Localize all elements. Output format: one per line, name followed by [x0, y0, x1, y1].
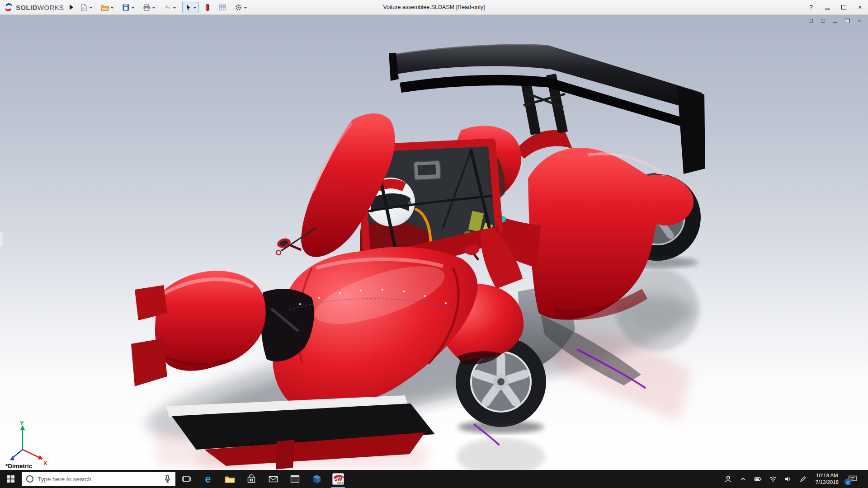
dropdown-caret-icon[interactable]	[152, 7, 156, 9]
start-button[interactable]	[0, 470, 22, 488]
taskbar-clock[interactable]: 10:19 AM 7/13/2018	[814, 472, 840, 486]
task-view-button[interactable]	[175, 470, 197, 488]
dropdown-caret-icon[interactable]	[244, 7, 247, 9]
print-button[interactable]	[141, 2, 158, 13]
left-front-fender	[155, 271, 266, 371]
edge-icon: e	[205, 474, 211, 484]
window-title: Voiture assemblee.SLDASM [Read-only]	[383, 4, 485, 10]
drawing-sheet-icon	[218, 4, 226, 11]
new-document-button[interactable]	[78, 2, 95, 13]
window-controls: ? ×	[803, 0, 868, 14]
windows-ink-button[interactable]	[799, 475, 807, 483]
help-button[interactable]: ?	[803, 0, 819, 14]
dropdown-caret-icon[interactable]	[89, 7, 93, 9]
action-center-button[interactable]: 2	[847, 474, 858, 484]
doc-restore-button[interactable]	[843, 17, 851, 24]
maximize-button[interactable]	[835, 0, 852, 14]
clock-time: 10:19 AM	[816, 472, 839, 479]
undo-icon	[164, 4, 171, 11]
sw-year-label: 2017	[337, 482, 343, 484]
appearance-button[interactable]	[203, 2, 212, 13]
doc-tile-button[interactable]	[819, 17, 827, 24]
brand-text: SOLIDWORKS	[16, 4, 64, 11]
doc-float-button[interactable]	[807, 17, 815, 24]
minimize-icon	[825, 9, 830, 9]
drawing-sheet-button[interactable]	[216, 2, 229, 13]
people-icon	[724, 475, 732, 483]
hidden-icons-button[interactable]	[739, 475, 747, 483]
people-button[interactable]	[724, 475, 732, 483]
battery-icon	[754, 475, 762, 483]
print-icon	[143, 4, 151, 11]
notification-badge: 2	[844, 479, 851, 485]
brand-solid: SOLID	[16, 4, 38, 11]
chevron-up-icon	[740, 476, 746, 483]
mail-icon	[269, 475, 278, 483]
solidworks-logo[interactable]: SOLIDWORKS	[0, 2, 64, 12]
cad-tool-cube-icon	[312, 474, 321, 484]
doc-close-button[interactable]: ×	[855, 17, 863, 24]
show-desktop-button[interactable]	[865, 470, 867, 488]
save-button[interactable]	[120, 2, 137, 13]
solidworks-taskbar-button[interactable]: SW 2017	[327, 470, 349, 488]
mirror-camera-pod	[414, 161, 441, 180]
cad-tool-button[interactable]	[306, 470, 327, 488]
gear-icon	[235, 4, 242, 11]
volume-button[interactable]	[784, 475, 792, 483]
dropdown-caret-icon[interactable]	[110, 7, 114, 9]
options-button[interactable]	[232, 2, 250, 13]
pen-icon	[799, 475, 807, 483]
close-button[interactable]: ×	[852, 0, 868, 14]
minimize-button[interactable]	[819, 0, 835, 14]
document-window-controls: ×	[807, 17, 863, 24]
battery-button[interactable]	[754, 475, 762, 483]
window-icon	[809, 19, 813, 23]
open-button[interactable]	[99, 2, 116, 13]
solidworks-window: SOLIDWORKS	[0, 0, 868, 488]
triad-x-label: X	[43, 460, 47, 466]
ds-logo-mark	[4, 2, 14, 12]
dropdown-caret-icon[interactable]	[131, 7, 135, 9]
app-window-dark-icon	[290, 475, 300, 483]
speaker-icon	[784, 475, 792, 483]
panel-collapse-handle[interactable]	[0, 231, 3, 247]
left-mirror	[276, 237, 301, 250]
dropdown-caret-icon[interactable]	[193, 7, 197, 9]
file-explorer-button[interactable]	[219, 470, 241, 488]
orientation-triad: Y X	[10, 420, 47, 466]
network-button[interactable]	[769, 475, 777, 483]
left-canard-lower	[131, 338, 167, 386]
graphics-viewport[interactable]: Y X × *Dimetric	[0, 15, 868, 470]
select-tool-button[interactable]	[182, 2, 199, 13]
doc-minimize-button[interactable]	[831, 17, 839, 24]
brand-works: WORKS	[38, 4, 64, 11]
windows-taskbar: e	[0, 470, 868, 488]
dark-app-window-button[interactable]	[284, 470, 306, 488]
titlebar: SOLIDWORKS	[0, 0, 868, 15]
quick-access-toolbar	[78, 2, 250, 13]
mail-button[interactable]	[262, 470, 284, 488]
select-cursor-icon	[184, 4, 192, 11]
wifi-icon	[769, 475, 777, 483]
new-document-icon	[80, 4, 88, 11]
search-input[interactable]	[38, 476, 160, 483]
open-folder-icon	[101, 4, 109, 11]
save-icon	[122, 4, 130, 11]
taskbar-apps: e	[175, 470, 349, 488]
undo-button[interactable]	[161, 2, 179, 13]
3d-scene[interactable]: Y X	[0, 15, 868, 470]
microsoft-store-button[interactable]	[241, 470, 262, 488]
appearance-icon	[205, 4, 210, 11]
microphone-icon[interactable]	[164, 475, 171, 483]
solidworks-app-icon: SW 2017	[332, 473, 344, 485]
restore-icon	[845, 19, 850, 23]
clock-date: 7/13/2018	[816, 479, 839, 486]
edge-browser-button[interactable]: e	[197, 470, 219, 488]
dropdown-caret-icon[interactable]	[173, 7, 176, 9]
system-tray: 10:19 AM 7/13/2018 2	[724, 470, 868, 488]
window-icon	[821, 19, 825, 23]
task-view-icon	[181, 475, 191, 483]
menu-flyout-arrow-icon[interactable]	[70, 5, 73, 10]
cortana-icon	[26, 475, 33, 483]
taskbar-search[interactable]	[22, 472, 175, 486]
